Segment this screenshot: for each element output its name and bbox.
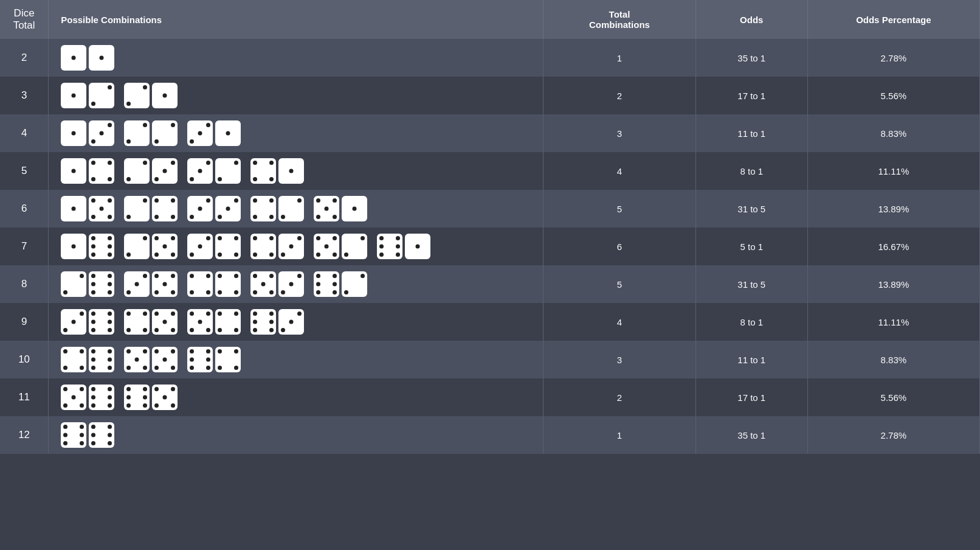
die-face-4: [250, 158, 276, 184]
die-face-1: [61, 120, 86, 146]
die-face-1: [342, 196, 367, 221]
dice-total-value: 5: [0, 152, 49, 190]
die-face-3: [278, 309, 304, 335]
header-odds-percentage: Odds Percentage: [807, 0, 979, 39]
possible-combinations-cell: [49, 77, 543, 114]
dice-odds-table: DiceTotal Possible Combinations TotalCom…: [0, 0, 980, 454]
odds-percentage-value: 13.89%: [807, 265, 979, 303]
die-face-2: [342, 234, 367, 259]
die-face-2: [342, 271, 367, 297]
header-possible-combinations: Possible Combinations: [49, 0, 543, 39]
dice-pair: [187, 271, 241, 297]
dice-pair: [61, 347, 114, 372]
dice-pair: [250, 234, 304, 259]
die-face-6: [250, 309, 276, 335]
dice-pair: [187, 347, 241, 372]
table-row: 8531 to 513.89%: [0, 265, 980, 303]
die-face-2: [124, 196, 150, 221]
dice-pair: [124, 309, 178, 335]
die-face-5: [124, 347, 150, 372]
die-face-3: [278, 271, 304, 297]
die-face-4: [61, 347, 86, 372]
table-row: 765 to 116.67%: [0, 228, 980, 265]
dice-pair: [187, 309, 241, 335]
table-row: 3217 to 15.56%: [0, 77, 980, 114]
die-face-2: [89, 83, 114, 108]
possible-combinations-cell: [49, 341, 543, 378]
die-face-2: [278, 196, 304, 221]
dice-pair: [124, 271, 178, 297]
die-face-4: [215, 347, 241, 372]
die-face-3: [187, 234, 213, 259]
die-face-6: [89, 422, 114, 448]
dice-pair: [61, 309, 114, 335]
possible-combinations-cell: [49, 416, 543, 454]
die-face-3: [187, 196, 213, 221]
odds-percentage-value: 2.78%: [807, 416, 979, 454]
die-face-5: [152, 234, 178, 259]
odds-percentage-value: 2.78%: [807, 39, 979, 77]
die-face-1: [61, 45, 86, 71]
odds-value: 8 to 1: [695, 152, 807, 190]
dice-pair: [61, 158, 114, 184]
dice-pair: [377, 234, 430, 259]
odds-value: 11 to 1: [695, 114, 807, 152]
dice-pair: [61, 271, 114, 297]
die-face-6: [187, 347, 213, 372]
odds-percentage-value: 16.67%: [807, 228, 979, 265]
die-face-1: [89, 45, 114, 71]
die-face-5: [61, 385, 86, 410]
die-face-5: [152, 271, 178, 297]
dice-total-value: 7: [0, 228, 49, 265]
dice-pair: [250, 309, 304, 335]
possible-combinations-cell: [49, 152, 543, 190]
header-odds: Odds: [695, 0, 807, 39]
total-combinations-value: 6: [543, 228, 696, 265]
die-face-5: [152, 347, 178, 372]
die-face-2: [124, 83, 150, 108]
total-combinations-value: 5: [543, 265, 696, 303]
dice-total-value: 11: [0, 378, 49, 416]
die-face-5: [187, 309, 213, 335]
possible-combinations-cell: [49, 39, 543, 77]
die-face-4: [89, 158, 114, 184]
table-row: 12135 to 12.78%: [0, 416, 980, 454]
total-combinations-value: 3: [543, 341, 696, 378]
dice-total-value: 4: [0, 114, 49, 152]
odds-value: 31 to 5: [695, 265, 807, 303]
dice-pair: [314, 271, 367, 297]
dice-total-value: 12: [0, 416, 49, 454]
die-face-6: [89, 309, 114, 335]
possible-combinations-cell: [49, 114, 543, 152]
dice-pair: [61, 196, 114, 221]
die-face-5: [314, 196, 339, 221]
dice-pair: [124, 83, 178, 108]
odds-percentage-value: 11.11%: [807, 152, 979, 190]
die-face-4: [250, 234, 276, 259]
table-row: 6531 to 513.89%: [0, 190, 980, 228]
dice-pair: [250, 158, 304, 184]
die-face-2: [124, 120, 150, 146]
die-face-5: [152, 309, 178, 335]
odds-value: 35 to 1: [695, 416, 807, 454]
die-face-5: [314, 234, 339, 259]
die-face-3: [187, 158, 213, 184]
total-combinations-value: 2: [543, 77, 696, 114]
odds-percentage-value: 5.56%: [807, 378, 979, 416]
odds-percentage-value: 8.83%: [807, 114, 979, 152]
dice-pair: [124, 158, 178, 184]
dice-pair: [61, 385, 114, 410]
die-face-6: [89, 234, 114, 259]
header-dice-total: DiceTotal: [0, 0, 49, 39]
die-face-3: [152, 158, 178, 184]
table-row: 4311 to 18.83%: [0, 114, 980, 152]
die-face-6: [377, 234, 402, 259]
total-combinations-value: 5: [543, 190, 696, 228]
total-combinations-value: 4: [543, 303, 696, 341]
odds-value: 17 to 1: [695, 77, 807, 114]
table-row: 2135 to 12.78%: [0, 39, 980, 77]
possible-combinations-cell: [49, 265, 543, 303]
dice-pair: [61, 234, 114, 259]
possible-combinations-cell: [49, 303, 543, 341]
odds-percentage-value: 13.89%: [807, 190, 979, 228]
